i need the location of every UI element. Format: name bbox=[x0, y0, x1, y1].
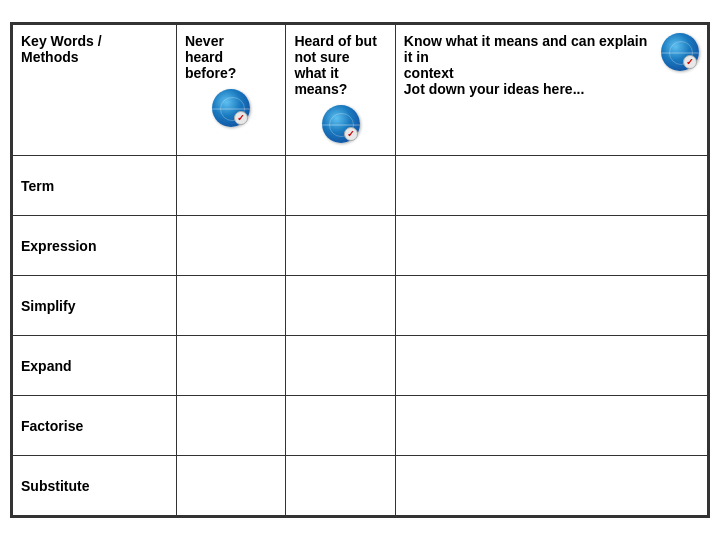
table-row: Substitute bbox=[13, 456, 708, 516]
term-label-text: Term bbox=[21, 178, 54, 194]
row-expand-know[interactable] bbox=[395, 336, 707, 396]
simplify-label-text: Simplify bbox=[21, 298, 75, 314]
header-never-line1: Never bbox=[185, 33, 224, 49]
know-checkmark-icon: ✓ bbox=[683, 55, 697, 69]
row-factorise-heard[interactable] bbox=[286, 396, 395, 456]
know-header-top: Know what it means and can explain it in… bbox=[404, 33, 699, 97]
header-never: Never heard before? ✓ bbox=[176, 25, 285, 156]
heard-checkmark-icon: ✓ bbox=[344, 127, 358, 141]
row-simplify-label: Simplify bbox=[13, 276, 177, 336]
row-expression-never[interactable] bbox=[176, 216, 285, 276]
row-factorise-know[interactable] bbox=[395, 396, 707, 456]
heard-icon-container: ✓ bbox=[294, 97, 386, 147]
table-row: Factorise bbox=[13, 396, 708, 456]
header-heard-line2: not sure bbox=[294, 49, 349, 65]
header-heard-line3: what it bbox=[294, 65, 338, 81]
table-row: Expand bbox=[13, 336, 708, 396]
row-simplify-heard[interactable] bbox=[286, 276, 395, 336]
row-substitute-know[interactable] bbox=[395, 456, 707, 516]
table-row: Expression bbox=[13, 216, 708, 276]
table-row: Simplify bbox=[13, 276, 708, 336]
header-never-line3: before? bbox=[185, 65, 236, 81]
header-never-line2: heard bbox=[185, 49, 223, 65]
header-keywords-line1: Key Words / bbox=[21, 33, 102, 49]
header-heard-line1: Heard of but bbox=[294, 33, 376, 49]
row-substitute-never[interactable] bbox=[176, 456, 285, 516]
row-expand-never[interactable] bbox=[176, 336, 285, 396]
header-know: Know what it means and can explain it in… bbox=[395, 25, 707, 156]
header-heard-line4: means? bbox=[294, 81, 347, 97]
know-globe-wrapper: ✓ bbox=[661, 33, 699, 71]
row-expand-label: Expand bbox=[13, 336, 177, 396]
row-expand-heard[interactable] bbox=[286, 336, 395, 396]
never-icon-container: ✓ bbox=[185, 81, 277, 131]
header-keywords: Key Words / Methods bbox=[13, 25, 177, 156]
row-expression-heard[interactable] bbox=[286, 216, 395, 276]
header-keywords-line2: Methods bbox=[21, 49, 79, 65]
header-heard: Heard of but not sure what it means? ✓ bbox=[286, 25, 395, 156]
row-expression-label: Expression bbox=[13, 216, 177, 276]
heard-globe-wrapper: ✓ bbox=[322, 105, 360, 143]
row-substitute-heard[interactable] bbox=[286, 456, 395, 516]
know-header-line3: Jot down your ideas here... bbox=[404, 81, 584, 97]
substitute-label-text: Substitute bbox=[21, 478, 89, 494]
know-header-content: Know what it means and can explain it in… bbox=[404, 33, 699, 97]
row-term-heard[interactable] bbox=[286, 156, 395, 216]
row-substitute-label: Substitute bbox=[13, 456, 177, 516]
expression-label-text: Expression bbox=[21, 238, 96, 254]
know-icon-container: ✓ bbox=[661, 33, 699, 74]
row-factorise-label: Factorise bbox=[13, 396, 177, 456]
never-globe-wrapper: ✓ bbox=[212, 89, 250, 127]
table-row: Term bbox=[13, 156, 708, 216]
know-header-line2: context bbox=[404, 65, 454, 81]
factorise-label-text: Factorise bbox=[21, 418, 83, 434]
expand-label-text: Expand bbox=[21, 358, 72, 374]
row-factorise-never[interactable] bbox=[176, 396, 285, 456]
row-term-label: Term bbox=[13, 156, 177, 216]
row-term-know[interactable] bbox=[395, 156, 707, 216]
vocabulary-table: Key Words / Methods Never heard before? … bbox=[10, 22, 710, 518]
never-checkmark-icon: ✓ bbox=[234, 111, 248, 125]
row-expression-know[interactable] bbox=[395, 216, 707, 276]
row-term-never[interactable] bbox=[176, 156, 285, 216]
know-header-line1: Know what it means and can explain it in bbox=[404, 33, 648, 65]
row-simplify-never[interactable] bbox=[176, 276, 285, 336]
row-simplify-know[interactable] bbox=[395, 276, 707, 336]
know-header-text: Know what it means and can explain it in… bbox=[404, 33, 653, 97]
